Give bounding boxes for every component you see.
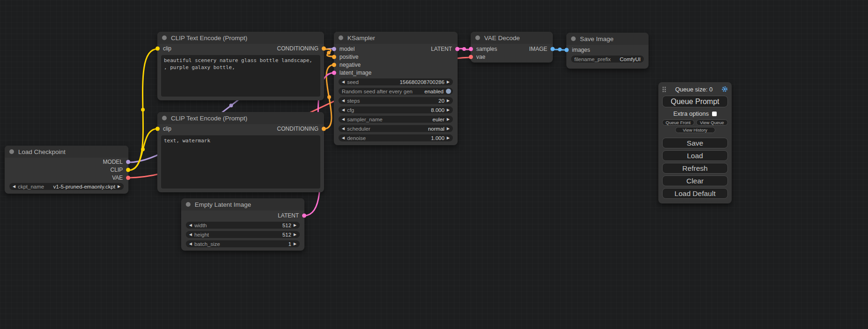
input-dot-clip[interactable] [155,127,160,131]
output-dot-vae[interactable] [126,175,130,180]
widget-sampler-name[interactable]: ◀ sampler_name euler ▶ [339,116,453,123]
node-save-image[interactable]: Save Image images filename_prefix ComfyU… [566,33,649,69]
decrement-arrow-icon[interactable]: ◀ [189,233,192,237]
collapse-dot-icon[interactable] [9,149,14,154]
node-graph-canvas[interactable]: Load Checkpoint MODEL CLIP VAE ◀ ckpt_na… [0,0,868,329]
load-default-button[interactable]: Load Default [662,188,728,199]
input-slot-clip[interactable]: clip [163,45,171,52]
node-vae-decode[interactable]: VAE Decode samples IMAGE vae [471,32,553,63]
output-slot-latent[interactable]: LATENT [431,46,452,52]
widget-steps[interactable]: ◀ steps 20 ▶ [339,97,453,104]
increment-arrow-icon[interactable]: ▶ [294,224,296,227]
prompt-textarea[interactable]: text, watermark [161,135,320,189]
drag-handle-icon[interactable] [662,86,666,92]
increment-arrow-icon[interactable]: ▶ [447,99,450,103]
decrement-arrow-icon[interactable]: ◀ [342,99,345,103]
decrement-arrow-icon[interactable]: ◀ [342,108,345,112]
input-slot-positive[interactable]: positive [339,54,359,60]
collapse-dot-icon[interactable] [186,202,191,207]
node-empty-latent-image[interactable]: Empty Latent Image LATENT ◀ width 512 ▶ … [181,198,304,251]
node-titlebar[interactable]: Load Checkpoint [5,146,128,158]
input-slot-model[interactable]: model [339,46,355,52]
decrement-arrow-icon[interactable]: ◀ [189,224,192,227]
queue-prompt-button[interactable]: Queue Prompt [662,96,728,107]
widget-height[interactable]: ◀ height 512 ▶ [186,231,300,238]
input-dot-clip[interactable] [155,47,160,51]
increment-arrow-icon[interactable]: ▶ [447,108,450,112]
widget-batch-size[interactable]: ◀ batch_size 1 ▶ [186,240,300,247]
save-button[interactable]: Save [662,138,728,148]
view-queue-button[interactable]: View Queue [696,119,728,126]
extra-options-checkbox[interactable] [712,112,717,116]
output-slot-vae[interactable]: VAE [112,175,123,181]
increment-arrow-icon[interactable]: ▶ [447,80,450,84]
collapse-dot-icon[interactable] [162,35,167,40]
collapse-dot-icon[interactable] [571,36,576,41]
output-dot-conditioning[interactable] [322,47,326,51]
node-titlebar[interactable]: VAE Decode [471,32,553,44]
output-dot-conditioning[interactable] [322,127,326,131]
increment-arrow-icon[interactable]: ▶ [118,185,120,189]
input-dot-model[interactable] [332,47,336,51]
node-titlebar[interactable]: KSampler [334,32,458,44]
refresh-button[interactable]: Refresh [662,163,728,174]
input-dot-latent-image[interactable] [332,70,336,75]
collapse-dot-icon[interactable] [162,116,167,120]
decrement-arrow-icon[interactable]: ◀ [13,185,15,189]
node-clip-text-encode-positive[interactable]: CLIP Text Encode (Prompt) clip CONDITION… [157,32,324,100]
node-titlebar[interactable]: CLIP Text Encode (Prompt) [157,32,324,44]
increment-arrow-icon[interactable]: ▶ [294,233,296,237]
input-dot-images[interactable] [565,48,569,52]
input-slot-vae[interactable]: vae [476,54,485,60]
increment-arrow-icon[interactable]: ▶ [447,127,450,131]
node-titlebar[interactable]: Save Image [566,33,649,45]
node-clip-text-encode-negative[interactable]: CLIP Text Encode (Prompt) clip CONDITION… [157,112,324,192]
input-dot-samples[interactable] [469,47,473,51]
collapse-dot-icon[interactable] [475,35,480,40]
clear-button[interactable]: Clear [662,175,728,186]
node-ksampler[interactable]: KSampler model LATENT positive negative … [334,32,458,145]
output-dot-latent[interactable] [455,47,459,51]
input-slot-negative[interactable]: negative [339,62,360,68]
output-slot-model[interactable]: MODEL [103,159,123,165]
input-dot-vae[interactable] [469,55,473,59]
output-slot-clip[interactable]: CLIP [110,167,123,173]
input-dot-positive[interactable] [332,55,336,59]
output-slot-latent[interactable]: LATENT [278,212,299,219]
node-titlebar[interactable]: CLIP Text Encode (Prompt) [157,112,324,124]
increment-arrow-icon[interactable]: ▶ [294,242,296,246]
widget-denoise[interactable]: ◀ denoise 1.000 ▶ [339,134,453,141]
load-button[interactable]: Load [662,150,728,161]
input-slot-latent-image[interactable]: latent_image [339,70,372,76]
decrement-arrow-icon[interactable]: ◀ [342,80,345,84]
output-slot-image[interactable]: IMAGE [529,46,547,52]
prompt-textarea[interactable]: beautiful scenery nature glass bottle la… [161,55,320,97]
node-load-checkpoint[interactable]: Load Checkpoint MODEL CLIP VAE ◀ ckpt_na… [5,146,128,194]
increment-arrow-icon[interactable]: ▶ [447,118,450,121]
decrement-arrow-icon[interactable]: ◀ [342,127,345,131]
output-dot-model[interactable] [126,160,130,164]
input-slot-clip[interactable]: clip [163,126,171,132]
widget-scheduler[interactable]: ◀ scheduler normal ▶ [339,125,453,132]
widget-random-seed-toggle[interactable]: Random seed after every gen enabled [339,88,453,95]
output-dot-image[interactable] [550,47,555,51]
view-history-button[interactable]: View History [675,127,715,133]
output-dot-clip[interactable] [126,168,130,172]
widget-width[interactable]: ◀ width 512 ▶ [186,222,300,229]
comfy-menu-panel[interactable]: Queue size: 0 Queue Prompt Extra options… [658,82,732,203]
widget-filename-prefix[interactable]: filename_prefix ComfyUI [571,56,644,63]
output-slot-conditioning[interactable]: CONDITIONING [277,126,318,132]
input-slot-images[interactable]: images [572,47,590,53]
node-titlebar[interactable]: Empty Latent Image [181,198,304,210]
output-slot-conditioning[interactable]: CONDITIONING [277,45,318,52]
toggle-knob[interactable] [446,89,451,94]
decrement-arrow-icon[interactable]: ◀ [342,118,345,121]
decrement-arrow-icon[interactable]: ◀ [342,136,345,140]
input-slot-samples[interactable]: samples [476,46,497,52]
widget-cfg[interactable]: ◀ cfg 8.000 ▶ [339,106,453,113]
decrement-arrow-icon[interactable]: ◀ [189,242,192,246]
output-dot-latent[interactable] [302,213,306,217]
queue-front-button[interactable]: Queue Front [662,119,694,126]
collapse-dot-icon[interactable] [339,35,343,40]
increment-arrow-icon[interactable]: ▶ [447,136,450,140]
